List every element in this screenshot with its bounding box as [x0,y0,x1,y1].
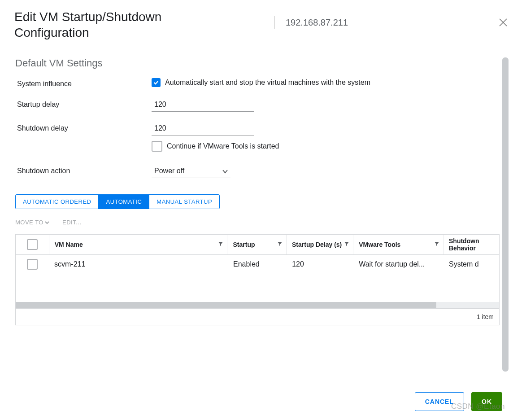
ok-button[interactable]: OK [471,392,502,411]
action-edit[interactable]: EDIT... [62,219,82,226]
select-value: Power off [152,165,230,178]
tab-group: AUTOMATIC ORDERED AUTOMATIC MANUAL START… [15,194,220,209]
spacer [17,141,152,143]
cell-delay: 120 [287,255,353,274]
input-shutdown-delay[interactable] [152,122,254,136]
label-continue-tools: Continue if VMware Tools is started [167,142,279,150]
checkbox-icon [27,259,38,270]
grid-actions: MOVE TO EDIT... [15,219,500,226]
check-icon [152,78,161,87]
checkbox-continue-tools[interactable]: Continue if VMware Tools is started [152,141,279,152]
section-title: Default VM Settings [15,57,500,69]
dialog-header: Edit VM Startup/Shutdown Configuration 1… [0,9,513,54]
row-shutdown-action: Shutdown action Power off [17,165,500,178]
header-delay-label: Startup Delay (s) [292,241,342,248]
host-ip-wrap: 192.168.87.211 [274,16,348,29]
label-auto-start: Automatically start and stop the virtual… [165,79,370,87]
dialog-title: Edit VM Startup/Shutdown Configuration [14,9,230,40]
cell-startup: Enabled [228,255,287,274]
cell-vm-name: scvm-211 [49,255,228,274]
label-shutdown-action: Shutdown action [17,165,152,175]
chevron-down-icon [222,168,229,177]
grid-body: scvm-211 Enabled 120 Wait for startup de… [16,255,499,302]
checkbox-auto-start[interactable]: Automatically start and stop the virtual… [152,78,370,87]
row-checkbox[interactable] [16,255,49,274]
tab-automatic[interactable]: AUTOMATIC [99,195,149,209]
select-shutdown-action[interactable]: Power off [152,165,230,178]
header-tools-label: VMware Tools [359,241,400,248]
filter-icon[interactable] [218,241,223,248]
header-delay[interactable]: Startup Delay (s) [287,235,353,254]
checkbox-icon [27,239,38,250]
horizontal-scrollbar[interactable] [16,302,499,308]
cancel-button[interactable]: CANCEL [415,392,464,411]
scroll-thumb[interactable] [16,302,436,308]
close-button[interactable] [498,17,509,30]
grid-footer: 1 item [16,308,499,325]
header-behavior-label: Shutdown Behavior [449,237,494,252]
action-move-to[interactable]: MOVE TO [15,219,50,226]
header-vm-name-label: VM Name [55,241,83,248]
header-select-all[interactable] [16,235,49,254]
row-continue-tools: Continue if VMware Tools is started [17,141,500,152]
grid-header: VM Name Startup Startup Delay (s) VMware… [16,235,499,255]
header-divider [274,16,275,29]
dialog-buttons: CANCEL OK [415,392,502,411]
table-row[interactable]: scvm-211 Enabled 120 Wait for startup de… [16,255,499,274]
checkbox-icon [152,141,162,152]
scroll-thumb[interactable] [502,57,509,372]
action-move-to-label: MOVE TO [15,219,43,226]
label-system-influence: System influence [17,78,152,88]
host-ip: 192.168.87.211 [286,18,348,28]
row-system-influence: System influence Automatically start and… [17,78,500,88]
label-startup-delay: Startup delay [17,99,152,109]
dialog: Edit VM Startup/Shutdown Configuration 1… [0,0,513,420]
cell-behavior: System d [443,255,499,274]
vertical-scrollbar[interactable] [502,57,509,377]
header-startup-label: Startup [233,241,255,248]
filter-icon[interactable] [344,241,349,248]
dialog-content: Default VM Settings System influence Aut… [0,57,500,377]
filter-icon[interactable] [434,241,439,248]
chevron-down-icon [44,220,50,225]
header-behavior[interactable]: Shutdown Behavior [443,235,499,254]
row-shutdown-delay: Shutdown delay [17,122,500,136]
header-startup[interactable]: Startup [227,235,287,254]
input-startup-delay[interactable] [152,99,254,112]
cell-tools: Wait for startup del... [353,255,443,274]
tab-manual-startup[interactable]: MANUAL STARTUP [149,195,219,209]
header-tools[interactable]: VMware Tools [353,235,443,254]
filter-icon[interactable] [277,241,283,248]
row-startup-delay: Startup delay [17,99,500,112]
header-vm-name[interactable]: VM Name [49,235,228,254]
label-shutdown-delay: Shutdown delay [17,122,152,132]
tab-automatic-ordered[interactable]: AUTOMATIC ORDERED [16,195,99,209]
vm-grid: VM Name Startup Startup Delay (s) VMware… [15,234,500,325]
